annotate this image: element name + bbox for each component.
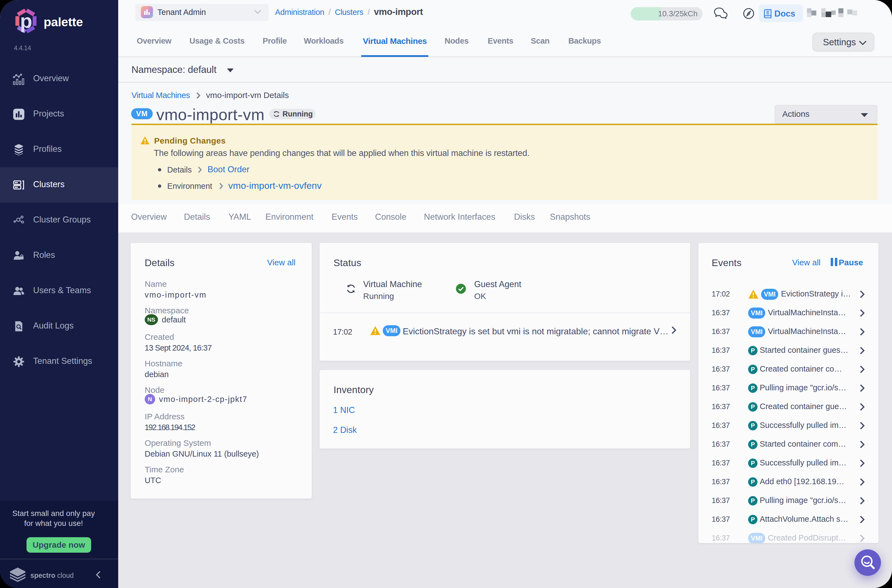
svg-text:p: p xyxy=(20,10,32,32)
